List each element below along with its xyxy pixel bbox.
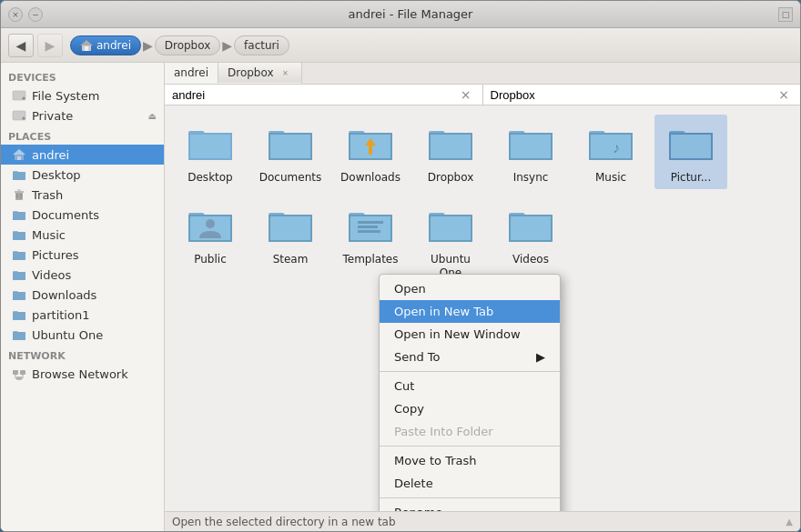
sidebar-item-partition1[interactable]: partition1 — [1, 305, 164, 325]
documents-label: Documents — [32, 208, 99, 222]
statusbar: Open the selected directory in a new tab… — [165, 511, 800, 531]
sidebar-item-trash[interactable]: Trash — [1, 185, 164, 205]
drive-icon-private — [12, 108, 26, 123]
svg-rect-26 — [358, 226, 378, 228]
eject-icon[interactable]: ⏏ — [148, 111, 157, 121]
back-button[interactable]: ◀ — [8, 34, 34, 57]
folder-icon-templates — [347, 202, 394, 249]
sidebar-item-pictures[interactable]: Pictures — [1, 245, 164, 265]
trash-icon — [12, 187, 26, 202]
sidebar-item-downloads[interactable]: Downloads — [1, 285, 164, 305]
folder-icon-desktop — [187, 120, 234, 167]
file-item-templates[interactable]: Templates — [334, 196, 407, 285]
sidebar-item-andrei[interactable]: andrei — [1, 145, 164, 165]
sidebar-item-ubuntuone[interactable]: Ubuntu One — [1, 325, 164, 345]
sidebar-item-videos[interactable]: Videos — [1, 265, 164, 285]
address-close-dropbox[interactable]: × — [775, 87, 793, 102]
ctx-send-to[interactable]: Send To ▶ — [380, 346, 560, 368]
file-label-pictures: Pictur... — [671, 171, 712, 184]
file-label-public: Public — [194, 253, 227, 266]
sidebar-item-music[interactable]: Music — [1, 225, 164, 245]
sidebar-item-filesystem[interactable]: File System — [1, 85, 164, 105]
file-item-downloads[interactable]: Downloads — [334, 115, 407, 189]
folder-videos-icon — [12, 267, 26, 282]
address-bar-row: × × — [165, 85, 800, 105]
svg-point-24 — [206, 219, 215, 228]
folder-partition-icon — [12, 307, 26, 322]
folder-icon-public — [187, 202, 234, 249]
svg-rect-10 — [15, 192, 23, 200]
file-item-pictures[interactable]: Pictur... — [654, 115, 727, 189]
file-item-documents[interactable]: Documents — [254, 115, 327, 189]
sidebar-item-documents[interactable]: Documents — [1, 205, 164, 225]
file-item-dropbox[interactable]: Dropbox — [414, 115, 487, 189]
ctx-open-new-window[interactable]: Open in New Window — [380, 323, 560, 346]
folder-docs-icon — [12, 207, 26, 222]
file-item-steam[interactable]: Steam — [254, 196, 327, 285]
ctx-sep-1 — [380, 371, 560, 372]
tab-dropbox-label: Dropbox — [228, 66, 274, 79]
ctx-sep-3 — [380, 497, 560, 498]
context-menu: Open Open in New Tab Open in New Window … — [379, 274, 561, 511]
tab-dropbox[interactable]: Dropbox × — [218, 63, 302, 84]
sidebar-item-private[interactable]: Private ⏏ — [1, 105, 164, 125]
places-section-label: PLACES — [1, 125, 164, 145]
content-area: andrei Dropbox × × × — [165, 63, 800, 531]
folder-icon-downloads — [347, 120, 394, 167]
forward-button[interactable]: ▶ — [37, 34, 63, 57]
tab-andrei[interactable]: andrei — [165, 63, 218, 84]
file-label-videos: Videos — [512, 253, 549, 266]
file-item-insync[interactable]: Insync — [494, 115, 567, 189]
ctx-copy[interactable]: Copy — [380, 397, 560, 420]
ctx-open[interactable]: Open — [380, 277, 560, 300]
pictures-label: Pictures — [32, 248, 78, 262]
ctx-open-new-tab[interactable]: Open in New Tab — [380, 300, 560, 323]
folder-pictures-icon — [12, 247, 26, 262]
file-grid: Desktop Documents — [165, 105, 800, 511]
breadcrumb-andrei[interactable]: andrei — [70, 35, 141, 55]
filesystem-label: File System — [32, 89, 99, 103]
toolbar: ◀ ▶ andrei ▶ Dropbox ▶ facturi — [1, 28, 800, 63]
file-item-desktop[interactable]: Desktop — [174, 115, 247, 189]
file-label-documents: Documents — [259, 171, 321, 184]
titlebar: × − andrei - File Manager □ — [1, 1, 800, 28]
folder-icon-pictures — [667, 120, 715, 167]
svg-rect-16 — [20, 370, 25, 375]
breadcrumb-dropbox[interactable]: Dropbox — [155, 35, 221, 55]
file-item-videos[interactable]: Videos — [494, 196, 567, 285]
folder-icon-dropbox — [427, 120, 474, 167]
ubuntuone-sidebar-label: Ubuntu One — [32, 328, 103, 342]
svg-rect-27 — [358, 230, 380, 233]
browse-network-label: Browse Network — [32, 367, 128, 381]
svg-rect-9 — [17, 156, 21, 160]
file-item-music[interactable]: ♪ Music — [574, 115, 647, 189]
ctx-rename[interactable]: Rename... — [380, 501, 560, 511]
file-label-steam: Steam — [273, 253, 309, 266]
ctx-sep-2 — [380, 446, 560, 447]
file-item-ubuntuone[interactable]: Ubuntu One — [414, 196, 487, 285]
address-input-andrei[interactable] — [172, 88, 453, 102]
address-close-andrei[interactable]: × — [457, 87, 475, 102]
file-item-public[interactable]: Public — [174, 196, 247, 285]
address-bar-andrei: × — [165, 85, 483, 105]
sidebar-item-network[interactable]: Browse Network — [1, 364, 164, 384]
svg-point-6 — [23, 117, 25, 120]
minimize-button[interactable]: − — [28, 7, 43, 22]
sidebar-item-desktop[interactable]: Desktop — [1, 165, 164, 185]
close-button[interactable]: × — [8, 7, 23, 22]
ctx-delete[interactable]: Delete — [380, 472, 560, 495]
statusbar-indicator: ▲ — [786, 517, 793, 527]
ctx-move-to-trash[interactable]: Move to Trash — [380, 449, 560, 472]
svg-marker-1 — [80, 40, 93, 45]
address-input-dropbox[interactable] — [491, 88, 772, 102]
main-area: DEVICES File System Private ⏏ PLACES — [1, 63, 800, 531]
svg-rect-12 — [17, 189, 21, 191]
breadcrumb-facturi[interactable]: facturi — [234, 35, 289, 55]
tab-dropbox-close[interactable]: × — [279, 66, 292, 79]
maximize-button[interactable]: □ — [778, 7, 793, 22]
svg-rect-23 — [671, 135, 711, 158]
address-bar-dropbox: × — [483, 85, 801, 105]
ctx-cut[interactable]: Cut — [380, 375, 560, 397]
tabs-bar: andrei Dropbox × — [165, 63, 800, 85]
folder-desktop-icon — [12, 167, 26, 182]
